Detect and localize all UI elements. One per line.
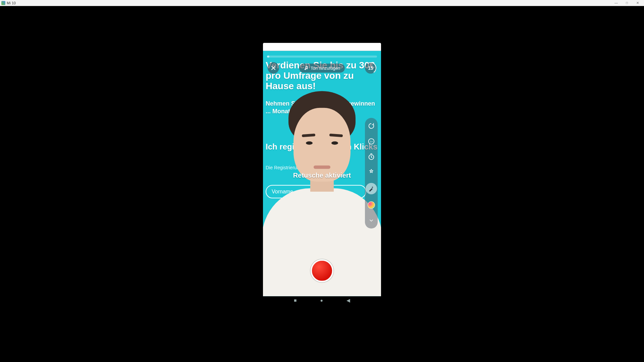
- window-titlebar: Mi 10 — □ ✕: [0, 0, 644, 6]
- music-note-icon: [304, 66, 309, 70]
- retouch-button[interactable]: [366, 183, 377, 194]
- close-button[interactable]: [268, 62, 279, 74]
- promo-subtext: Nehmen Sie an Umfragen ... gewinnen ... …: [266, 100, 378, 116]
- timer-button[interactable]: [367, 152, 376, 162]
- timer-icon: [368, 153, 375, 161]
- speed-1x-icon: 1×: [368, 138, 375, 145]
- nav-back-button[interactable]: ◀: [346, 298, 350, 303]
- firstname-input[interactable]: Vorname: [266, 185, 366, 198]
- magic-icon: [368, 185, 375, 192]
- flip-camera-icon: [368, 122, 375, 130]
- window-maximize-button[interactable]: □: [622, 0, 632, 6]
- filters-icon: [368, 201, 375, 209]
- camera-tools-panel: 1×: [365, 118, 378, 229]
- close-icon: [271, 65, 276, 71]
- window-minimize-button[interactable]: —: [611, 0, 621, 6]
- window-title: Mi 10: [7, 1, 16, 5]
- filters-button[interactable]: [367, 200, 376, 210]
- promo-small-text: Die Registrierung: [266, 165, 302, 170]
- record-button[interactable]: [311, 259, 333, 282]
- camera-app: Verdienen Sie bis zu 30€ pro Umfrage von…: [263, 51, 381, 296]
- app-icon: [1, 1, 5, 5]
- nav-recent-button[interactable]: ■: [294, 298, 297, 303]
- window-close-button[interactable]: ✕: [633, 0, 643, 6]
- beauty-icon: [368, 169, 375, 176]
- flip-camera-button[interactable]: [367, 121, 376, 131]
- beauty-button[interactable]: [367, 168, 376, 177]
- svg-text:1×: 1×: [370, 140, 373, 143]
- phone-screen: Verdienen Sie bis zu 30€ pro Umfrage von…: [263, 43, 381, 304]
- countdown-timer[interactable]: 15: [365, 62, 376, 74]
- firstname-placeholder: Vorname: [272, 189, 293, 195]
- speed-button[interactable]: 1×: [367, 137, 376, 146]
- chevron-down-icon: [368, 218, 374, 224]
- expand-tools-button[interactable]: [367, 216, 376, 225]
- toast-message: Retusche aktiviert: [293, 172, 351, 179]
- recording-progress: [267, 56, 377, 58]
- nav-home-button[interactable]: ●: [320, 298, 323, 303]
- countdown-value: 15: [368, 65, 373, 71]
- add-sound-button[interactable]: Ton hinzufügen: [299, 63, 345, 72]
- promo-cta-text: Ich registriere ... nigen Klicks: [266, 142, 378, 152]
- add-sound-label: Ton hinzufügen: [311, 65, 340, 70]
- screen-mirror-stage: Verdienen Sie bis zu 30€ pro Umfrage von…: [0, 6, 644, 362]
- phone-statusbar: [263, 43, 381, 51]
- android-navbar: ■ ● ◀: [263, 296, 381, 304]
